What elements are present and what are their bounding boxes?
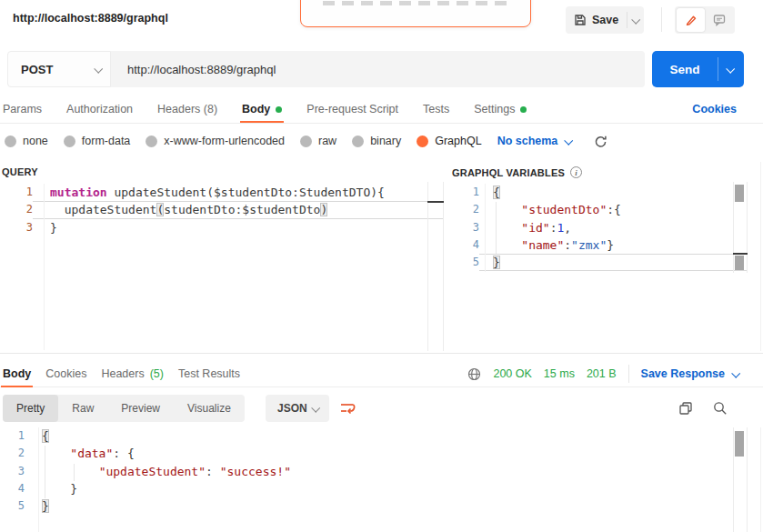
url-input[interactable]: http://localhost:8889/graphql <box>111 51 645 87</box>
response-body-editor[interactable]: 1{2 "data": {3 "updateStudent": "success… <box>0 427 748 515</box>
request-tabs-bar: Params Authorization Headers (8) Body Pr… <box>0 95 763 124</box>
copy-button[interactable] <box>677 399 695 417</box>
dismissing-toast-popup <box>300 0 531 27</box>
search-button[interactable] <box>711 399 729 417</box>
tab-authorization[interactable]: Authorization <box>66 95 133 123</box>
code-token <box>493 221 521 235</box>
code-line[interactable]: 2 "data": { <box>0 445 748 462</box>
tab-body[interactable]: Body <box>242 95 282 123</box>
url-value: http://localhost:8889/graphql <box>127 63 276 76</box>
radio-raw[interactable]: raw <box>300 135 336 147</box>
response-divider <box>0 353 763 354</box>
save-button[interactable]: Save <box>566 6 627 34</box>
info-icon[interactable]: i <box>570 166 582 178</box>
save-response-button[interactable]: Save Response <box>641 367 738 380</box>
code-token: mutation <box>50 186 107 199</box>
send-split-divider <box>718 57 718 81</box>
radio-binary[interactable]: binary <box>352 135 401 147</box>
query-gutter-divider <box>44 184 45 350</box>
status-divider <box>628 365 629 383</box>
refresh-schema-button[interactable] <box>594 135 607 148</box>
chevron-down-icon <box>726 64 735 73</box>
code-token: } <box>42 499 49 513</box>
save-options-button[interactable] <box>627 6 644 34</box>
code-token: "name" <box>521 238 564 252</box>
active-tab-underline <box>1 386 33 388</box>
code-line[interactable]: 1mutation updateStudent($studentDto:Stud… <box>0 184 444 201</box>
scrollbar-thumb[interactable] <box>735 256 744 270</box>
indent-guide <box>496 202 497 254</box>
wrap-format-button[interactable] <box>338 399 356 417</box>
code-token: ) <box>320 203 327 216</box>
variables-scrollbar-track <box>747 182 748 273</box>
code-line[interactable]: 1{ <box>452 184 747 201</box>
response-tab-test-results[interactable]: Test Results <box>178 360 240 387</box>
code-line[interactable]: 5} <box>0 497 748 515</box>
schema-dropdown[interactable]: No schema <box>497 135 572 147</box>
save-button-label: Save <box>592 14 618 26</box>
response-scrollbar-track <box>747 427 748 532</box>
tab-pre-request-script[interactable]: Pre-request Script <box>306 95 398 123</box>
postman-window: http://localhost:8889/graphql Save <box>0 0 763 532</box>
indent-guide <box>45 446 45 498</box>
line-number: 2 <box>452 201 479 218</box>
search-icon <box>712 400 728 417</box>
code-line[interactable]: 1{ <box>0 427 748 445</box>
query-editor[interactable]: 1mutation updateStudent($studentDto:Stud… <box>0 184 444 236</box>
code-line[interactable]: 4 } <box>0 480 748 497</box>
comment-icon <box>713 14 726 26</box>
code-line[interactable]: 5} <box>452 254 747 271</box>
code-token: } <box>42 482 77 496</box>
code-token: "success!" <box>220 465 291 478</box>
status-code: 200 OK <box>493 367 531 380</box>
pane-scrollbar-track <box>760 427 761 532</box>
code-token: { <box>493 186 500 199</box>
response-tab-body[interactable]: Body <box>3 360 31 387</box>
code-token: "data" <box>70 447 113 460</box>
code-token: "studentDto" <box>521 203 607 216</box>
view-mode-raw[interactable]: Raw <box>58 395 107 422</box>
scrollbar-thumb[interactable] <box>735 431 744 457</box>
scrollbar-thumb[interactable] <box>735 185 744 202</box>
radio-form-data[interactable]: form-data <box>64 135 131 147</box>
tab-tests[interactable]: Tests <box>423 95 449 123</box>
method-dropdown[interactable]: POST <box>7 51 111 87</box>
request-tab-title[interactable]: http://localhost:8889/graphql <box>13 12 168 25</box>
settings-modified-dot <box>520 106 527 113</box>
pencil-icon <box>685 14 698 26</box>
format-dropdown[interactable]: JSON <box>266 395 329 422</box>
refresh-icon <box>594 135 607 148</box>
send-button[interactable]: Send <box>652 51 744 87</box>
chevron-down-icon <box>311 403 320 412</box>
response-tab-cookies[interactable]: Cookies <box>45 360 86 387</box>
tab-settings[interactable]: Settings <box>474 95 527 123</box>
edit-comment-toggle <box>675 6 735 34</box>
response-scrollbar-track <box>733 427 734 532</box>
edit-mode-button[interactable] <box>677 8 705 32</box>
comment-mode-button[interactable] <box>705 8 733 32</box>
view-mode-visualize[interactable]: Visualize <box>174 395 245 422</box>
radio-none[interactable]: none <box>5 135 48 147</box>
radio-x-www-form-urlencoded[interactable]: x-www-form-urlencoded <box>146 135 285 147</box>
code-line[interactable]: 2 updateStudent(studentDto:$studentDto) <box>0 201 444 218</box>
save-icon <box>574 14 587 26</box>
indent-guide <box>74 464 75 481</box>
chevron-down-icon <box>565 136 574 145</box>
view-mode-preview[interactable]: Preview <box>107 395 174 422</box>
code-token <box>42 447 70 460</box>
globe-icon <box>467 367 481 381</box>
code-token: studentDto:$studentDto <box>164 203 320 216</box>
tab-headers[interactable]: Headers (8) <box>157 95 217 123</box>
query-scroll-marker <box>427 201 444 203</box>
code-line[interactable]: 3} <box>0 219 444 236</box>
code-token: } <box>607 238 614 252</box>
radio-graphql[interactable]: GraphQL <box>417 135 481 147</box>
code-token: :{ <box>607 203 621 216</box>
cookies-link[interactable]: Cookies <box>692 95 737 123</box>
response-tab-headers[interactable]: Headers (5) <box>101 360 164 387</box>
tab-params[interactable]: Params <box>3 95 42 123</box>
code-token: } <box>50 221 57 235</box>
code-token: "updateStudent" <box>99 465 206 478</box>
code-line[interactable]: 3 "updateStudent": "success!" <box>0 463 748 480</box>
view-mode-pretty[interactable]: Pretty <box>3 395 58 422</box>
